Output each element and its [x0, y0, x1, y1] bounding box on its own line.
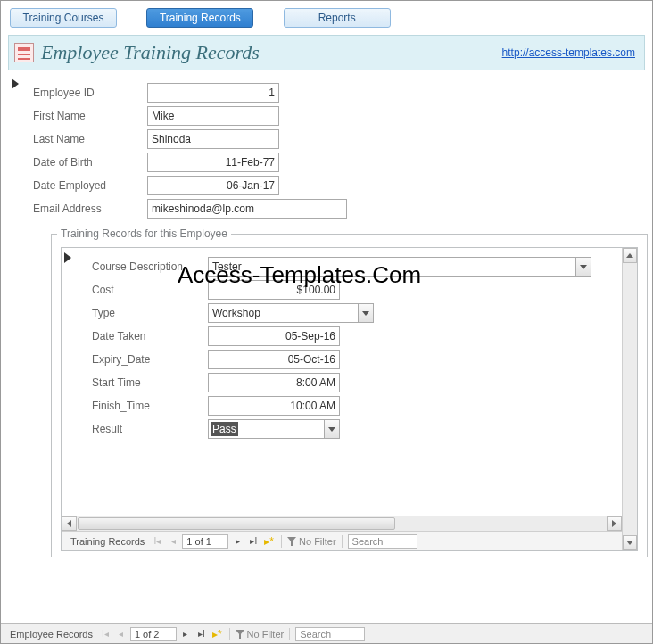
- label-date-employed: Date Employed: [33, 179, 147, 192]
- sub-record-selector[interactable]: [62, 248, 75, 268]
- dob-field[interactable]: [147, 153, 279, 172]
- date-employed-field[interactable]: [147, 176, 279, 195]
- type-combo[interactable]: [208, 303, 374, 323]
- scroll-up-icon[interactable]: [623, 248, 637, 263]
- result-combo[interactable]: Pass: [208, 419, 340, 439]
- course-description-field[interactable]: [208, 257, 575, 277]
- chevron-down-icon[interactable]: [324, 419, 340, 439]
- cost-field[interactable]: [208, 280, 340, 300]
- chevron-down-icon[interactable]: [575, 257, 591, 277]
- start-time-field[interactable]: [208, 373, 340, 392]
- form-icon: [14, 43, 34, 62]
- nav-new-record-icon[interactable]: ▸*: [262, 535, 276, 548]
- nav-prev-icon[interactable]: ◂: [166, 534, 180, 549]
- sub-nav-count[interactable]: 1 of 1: [182, 534, 228, 549]
- header-link[interactable]: http://access-templates.com: [502, 46, 635, 59]
- funnel-icon: [236, 630, 244, 639]
- label-dob: Date of Birth: [33, 156, 147, 169]
- label-date-taken: Date Taken: [92, 330, 208, 343]
- first-name-field[interactable]: [147, 106, 279, 126]
- label-last-name: Last Name: [33, 133, 147, 145]
- sub-scrollbar-vertical[interactable]: [622, 248, 637, 550]
- record-selector[interactable]: [8, 74, 22, 94]
- tab-reports[interactable]: Reports: [284, 8, 391, 28]
- scroll-down-icon[interactable]: [623, 535, 637, 550]
- sub-nav-name: Training Records: [63, 536, 148, 547]
- nav-first-icon[interactable]: I◂: [98, 627, 112, 641]
- training-records-subform: Training Records for this Employee Acces…: [51, 227, 648, 557]
- nav-first-icon[interactable]: I◂: [150, 534, 164, 549]
- label-course-description: Course Description: [92, 260, 208, 273]
- last-name-field[interactable]: [147, 129, 279, 149]
- funnel-icon: [287, 537, 296, 546]
- result-value[interactable]: Pass: [211, 422, 238, 436]
- subform-legend: Training Records for this Employee: [57, 227, 231, 240]
- nav-last-icon[interactable]: ▸I: [194, 627, 209, 641]
- label-result: Result: [92, 423, 208, 435]
- label-first-name: First Name: [33, 110, 147, 122]
- label-expiry-date: Expiry_Date: [92, 353, 208, 366]
- nav-new-record-icon[interactable]: ▸*: [211, 628, 224, 640]
- email-field[interactable]: [147, 199, 347, 219]
- label-cost: Cost: [92, 284, 208, 296]
- nav-prev-icon[interactable]: ◂: [114, 627, 128, 641]
- scroll-left-icon[interactable]: [62, 516, 77, 531]
- scroll-right-icon[interactable]: [607, 516, 622, 531]
- type-field[interactable]: [208, 303, 358, 323]
- label-type: Type: [92, 307, 208, 319]
- tab-training-records[interactable]: Training Records: [146, 8, 253, 28]
- sub-scrollbar-horizontal[interactable]: [62, 516, 622, 531]
- label-email: Email Address: [33, 202, 147, 215]
- chevron-down-icon[interactable]: [358, 303, 374, 323]
- nav-last-icon[interactable]: ▸I: [246, 534, 260, 549]
- scroll-thumb[interactable]: [78, 517, 395, 530]
- main-nav-name: Employee Records: [3, 629, 96, 640]
- nav-next-icon[interactable]: ▸: [230, 534, 244, 549]
- main-nav-count[interactable]: 1 of 2: [130, 627, 177, 641]
- page-title: Employee Training Records: [41, 41, 502, 64]
- filter-indicator[interactable]: No Filter: [287, 536, 336, 547]
- nav-next-icon[interactable]: ▸: [178, 627, 193, 641]
- sub-search-box[interactable]: Search: [348, 534, 417, 549]
- label-employee-id: Employee ID: [33, 87, 147, 99]
- label-finish-time: Finish_Time: [92, 400, 208, 412]
- course-description-combo[interactable]: [208, 257, 591, 277]
- tab-training-courses[interactable]: Training Courses: [10, 8, 117, 28]
- main-search-box[interactable]: Search: [295, 627, 365, 641]
- form-header: Employee Training Records http://access-…: [8, 35, 645, 70]
- main-record-navigator: Employee Records I◂ ◂ 1 of 2 ▸ ▸I ▸* No …: [1, 623, 652, 643]
- employee-id-field[interactable]: [147, 83, 279, 103]
- finish-time-field[interactable]: [208, 396, 340, 416]
- filter-indicator[interactable]: No Filter: [236, 629, 285, 640]
- date-taken-field[interactable]: [208, 326, 340, 346]
- sub-record-navigator: Training Records I◂ ◂ 1 of 1 ▸ ▸I ▸* No …: [62, 531, 622, 550]
- label-start-time: Start Time: [92, 376, 208, 389]
- expiry-date-field[interactable]: [208, 350, 340, 369]
